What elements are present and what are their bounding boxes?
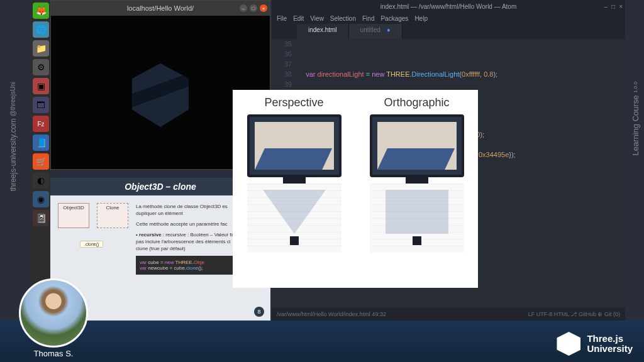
dock-app6[interactable]: 📓 — [33, 210, 49, 226]
cube-icon — [557, 332, 580, 356]
dock-chrome[interactable]: 🌐 — [33, 21, 49, 38]
perspective-column: Perspective — [233, 90, 355, 288]
right-watermark: Learning Course 1.0.0 — [631, 82, 640, 156]
presenter-name: Thomas S. — [19, 349, 88, 358]
minimize-button[interactable]: – — [240, 4, 247, 12]
orthographic-heading: Orthographic — [362, 96, 472, 109]
perspective-heading: Perspective — [239, 96, 349, 109]
menu-help[interactable]: Help — [414, 15, 428, 22]
browser-titlebar[interactable]: localhost/Hello World/ – □ × — [51, 1, 270, 16]
menu-view[interactable]: View — [310, 15, 324, 22]
ubuntu-dock: 🦊 🌐 📁 ⚙ ▣ 🗔 Fz 📘 🛒 ◐ ◉ 📓 — [31, 0, 50, 289]
close-button[interactable]: × — [260, 4, 267, 12]
editor-maximize[interactable]: □ — [611, 3, 615, 10]
orthographic-column: Orthographic — [355, 90, 478, 288]
left-watermark: threejs-university.com @threejsUni — [9, 82, 18, 191]
menu-find[interactable]: Find — [362, 15, 374, 22]
clone-box: Clone — [97, 203, 128, 228]
dock-app2[interactable]: 🗔 — [33, 97, 49, 113]
status-path[interactable]: /var/www/html/Hello World/index.html 49:… — [277, 311, 386, 317]
tab-index-html[interactable]: index.html — [297, 24, 349, 39]
dock-files[interactable]: 📁 — [33, 40, 49, 57]
brand-logo: Three.jsUniversity — [557, 332, 633, 356]
dock-app3[interactable]: 📘 — [33, 134, 49, 151]
slide-number: 8 — [254, 307, 264, 317]
perspective-frustum — [247, 184, 341, 253]
editor-title-text: index.html — /var/www/html/Hello World —… — [380, 3, 517, 10]
editor-close[interactable]: × — [619, 3, 623, 10]
editor-tabs: index.html untitled● — [272, 24, 625, 39]
orthographic-monitor — [370, 114, 464, 177]
dock-app4[interactable]: ◐ — [33, 172, 49, 189]
presenter-avatar: Thomas S. — [19, 278, 88, 358]
orthographic-frustum — [370, 184, 464, 253]
menu-selection[interactable]: Selection — [330, 15, 356, 22]
editor-titlebar[interactable]: index.html — /var/www/html/Hello World —… — [272, 0, 625, 13]
maximize-button[interactable]: □ — [250, 4, 257, 12]
camera-icon — [290, 236, 299, 245]
dock-app5[interactable]: ◉ — [33, 191, 49, 207]
perspective-monitor — [247, 114, 341, 177]
cube-render — [132, 58, 189, 127]
dock-software[interactable]: 🛒 — [33, 153, 49, 170]
dock-firefox[interactable]: 🦊 — [33, 3, 49, 19]
camera-icon — [413, 236, 421, 245]
footer-bar: Three.jsUniversity — [0, 321, 644, 362]
tab-untitled[interactable]: untitled● — [349, 24, 402, 39]
dock-filezilla[interactable]: Fz — [33, 116, 49, 132]
clone-method-label: .clone() — [80, 241, 103, 248]
status-info[interactable]: LF UTF-8 HTML ⎇ GitHub ⊕ Git (0) — [528, 311, 620, 317]
menu-edit[interactable]: Edit — [293, 15, 304, 22]
clone-diagram: Object3D Clone .clone() — [58, 203, 128, 275]
object3d-box: Object3D — [58, 203, 89, 228]
dock-settings[interactable]: ⚙ — [33, 59, 49, 75]
unsaved-dot-icon: ● — [387, 26, 391, 33]
camera-comparison-overlay: Perspective Orthographic — [233, 90, 478, 288]
menu-packages[interactable]: Packages — [380, 15, 408, 22]
editor-minimize[interactable]: – — [604, 3, 608, 10]
editor-statusbar: /var/www/html/Hello World/index.html 49:… — [272, 308, 625, 321]
menu-file[interactable]: File — [277, 15, 287, 22]
browser-title-text: localhost/Hello World/ — [127, 4, 194, 12]
dock-app[interactable]: ▣ — [33, 78, 49, 94]
avatar-photo — [19, 278, 88, 348]
editor-menubar: File Edit View Selection Find Packages H… — [272, 13, 625, 24]
